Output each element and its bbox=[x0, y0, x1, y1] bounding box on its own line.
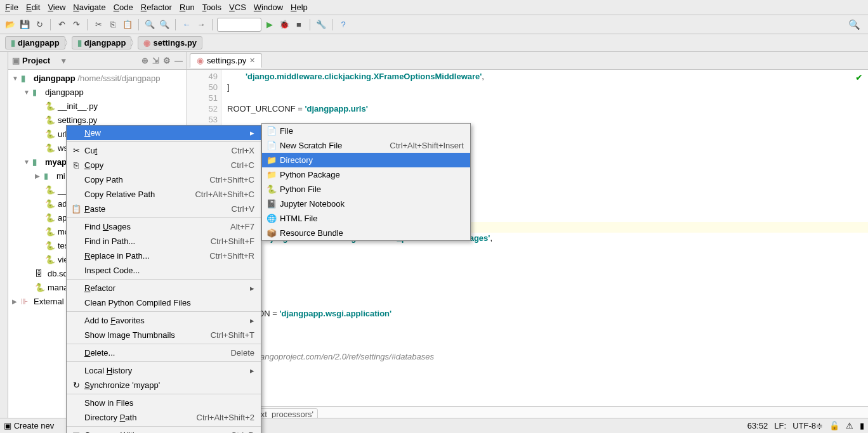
menu-item[interactable]: ✂CutCtrl+X bbox=[67, 143, 261, 158]
toolbar: 📂 💾 ↻ ↶ ↷ ✂ ⎘ 📋 🔍 🔍 ← → ▶ 🐞 ■ 🔧 ? 🔍 bbox=[0, 15, 868, 34]
menu-item[interactable]: 📓Jupyter Notebook bbox=[262, 197, 470, 211]
back-icon[interactable]: ← bbox=[180, 18, 193, 31]
menu-item[interactable]: Copy Relative PathCtrl+Alt+Shift+C bbox=[67, 187, 261, 202]
menu-item[interactable]: 🐍Python File bbox=[262, 182, 470, 197]
trash-icon[interactable]: ▮ bbox=[860, 421, 864, 430]
redo-icon[interactable]: ↷ bbox=[70, 18, 82, 31]
breadcrumb-file[interactable]: ◉settings.py bbox=[138, 36, 202, 49]
menu-item[interactable]: Directory PathCtrl+Alt+Shift+2 bbox=[67, 410, 261, 425]
menu-item[interactable]: Refactor▸ bbox=[67, 281, 261, 295]
tree-label: mi bbox=[56, 171, 65, 181]
menu-file[interactable]: File bbox=[5, 3, 18, 12]
menu-item[interactable]: Add to Favorites▸ bbox=[67, 313, 261, 328]
menu-item[interactable]: 📦Resource Bundle bbox=[262, 226, 470, 240]
project-title: Project bbox=[22, 56, 50, 65]
menu-item[interactable]: Local History▸ bbox=[67, 363, 261, 378]
status-hint-icon: ▣ bbox=[4, 421, 11, 430]
paste-icon[interactable]: 📋 bbox=[121, 18, 134, 31]
editor-tabbar: ◉settings.py✕ bbox=[187, 52, 868, 70]
cut-icon[interactable]: ✂ bbox=[92, 18, 105, 31]
settings-icon[interactable]: 🔧 bbox=[315, 18, 327, 31]
tree-label: External bbox=[34, 297, 64, 306]
tab-settings[interactable]: ◉settings.py✕ bbox=[190, 53, 262, 68]
breadcrumb-root[interactable]: ▮djangpapp bbox=[5, 36, 65, 49]
menu-run[interactable]: Run bbox=[180, 3, 195, 12]
new-submenu[interactable]: 📄File📄New Scratch FileCtrl+Alt+Shift+Ins… bbox=[261, 123, 471, 241]
help-icon[interactable]: ? bbox=[337, 18, 350, 31]
menu-item[interactable]: New▸ bbox=[67, 126, 261, 140]
tree-label: settings.py bbox=[58, 115, 97, 125]
status-encoding[interactable]: UTF-8≑ bbox=[792, 421, 823, 430]
open-icon[interactable]: 📂 bbox=[4, 18, 16, 31]
hector-icon[interactable]: ⚠ bbox=[846, 421, 853, 430]
menu-item[interactable]: 📁Python Package bbox=[262, 167, 470, 182]
project-icon: ▣ bbox=[12, 56, 20, 65]
menu-item[interactable]: Find UsagesAlt+F7 bbox=[67, 219, 261, 234]
target-icon[interactable]: ⊕ bbox=[141, 56, 148, 65]
save-icon[interactable]: 💾 bbox=[18, 18, 31, 31]
tree-path: /home/sssit/djangpapp bbox=[77, 74, 160, 83]
lock-icon[interactable]: 🔓 bbox=[829, 421, 839, 430]
tab-label: settings.py bbox=[207, 56, 246, 65]
copy-icon[interactable]: ⎘ bbox=[107, 18, 119, 31]
menu-item[interactable]: Show Image ThumbnailsCtrl+Shift+T bbox=[67, 328, 261, 342]
zoom-out-icon[interactable]: 🔍 bbox=[158, 18, 171, 31]
tree-label: djangpapp bbox=[45, 87, 84, 97]
run-icon[interactable]: ▶ bbox=[263, 18, 276, 31]
gear-icon[interactable]: ⚙ bbox=[163, 56, 171, 65]
stop-icon[interactable]: ■ bbox=[293, 18, 305, 31]
menu-item[interactable]: 🌐HTML File bbox=[262, 211, 470, 226]
undo-icon[interactable]: ↶ bbox=[55, 18, 68, 31]
menu-item[interactable]: Show in Files bbox=[67, 396, 261, 410]
status-sep[interactable]: LF: bbox=[774, 421, 786, 430]
menu-edit[interactable]: Edit bbox=[26, 3, 40, 12]
menu-item[interactable]: ⎘CopyCtrl+C bbox=[67, 158, 261, 172]
menu-item[interactable]: 📋PasteCtrl+V bbox=[67, 202, 261, 216]
hide-icon[interactable]: — bbox=[174, 56, 183, 65]
menu-help[interactable]: Help bbox=[291, 3, 308, 12]
breadcrumb-pkg[interactable]: ▮djangpapp bbox=[72, 36, 132, 49]
menu-item[interactable]: 📄File bbox=[262, 124, 470, 138]
menu-item[interactable]: ↻Synchronize 'myapp' bbox=[67, 378, 261, 392]
menu-navigate[interactable]: Navigate bbox=[73, 3, 105, 12]
menu-refactor[interactable]: Refactor bbox=[141, 3, 172, 12]
menu-item[interactable]: Inspect Code... bbox=[67, 263, 261, 278]
menu-item[interactable]: Replace in Path...Ctrl+Shift+R bbox=[67, 249, 261, 263]
fwd-icon[interactable]: → bbox=[195, 18, 207, 31]
menu-window[interactable]: Window bbox=[254, 3, 283, 12]
breadcrumb-bar: ▮djangpapp ▮djangpapp ◉settings.py bbox=[0, 34, 868, 52]
menu-code[interactable]: Code bbox=[114, 3, 133, 12]
crumb-label: djangpapp bbox=[18, 38, 60, 48]
menu-bar[interactable]: FileEditViewNavigateCodeRefactorRunTools… bbox=[0, 0, 868, 15]
zoom-in-icon[interactable]: 🔍 bbox=[143, 18, 156, 31]
menu-item[interactable]: 📁Directory bbox=[262, 153, 470, 167]
menu-item[interactable]: Delete...Delete bbox=[67, 346, 261, 360]
project-header[interactable]: ▣ Project ▾ ⊕ ⇲ ⚙ — bbox=[8, 52, 187, 70]
status-position[interactable]: 63:52 bbox=[747, 421, 768, 430]
menu-item[interactable]: 📄New Scratch FileCtrl+Alt+Shift+Insert bbox=[262, 138, 470, 153]
collapse-icon[interactable]: ⇲ bbox=[152, 56, 159, 65]
tree-label: djangpapp bbox=[34, 74, 76, 83]
close-icon[interactable]: ✕ bbox=[249, 56, 255, 65]
menu-item[interactable]: Copy PathCtrl+Shift+C bbox=[67, 172, 261, 187]
run-config-combo[interactable] bbox=[217, 18, 261, 32]
left-gutter bbox=[0, 52, 8, 422]
debug-icon[interactable]: 🐞 bbox=[278, 18, 291, 31]
menu-view[interactable]: View bbox=[48, 3, 65, 12]
menu-vcs[interactable]: VCS bbox=[229, 3, 246, 12]
menu-item[interactable]: Find in Path...Ctrl+Shift+F bbox=[67, 234, 261, 249]
crumb-label: djangpapp bbox=[84, 38, 126, 48]
menu-item[interactable]: ◧Compare With...Ctrl+D bbox=[67, 428, 261, 433]
tree-label: db.sq bbox=[48, 269, 68, 278]
menu-tools[interactable]: Tools bbox=[202, 3, 221, 12]
tree-label: __init__.py bbox=[58, 101, 98, 111]
menu-item[interactable]: Clean Python Compiled Files bbox=[67, 295, 261, 310]
status-text: Create nev bbox=[14, 421, 55, 430]
tree-label: mana bbox=[48, 283, 69, 292]
search-icon[interactable]: 🔍 bbox=[848, 19, 864, 30]
refresh-icon[interactable]: ↻ bbox=[33, 18, 46, 31]
inspection-marker[interactable]: ✔ bbox=[855, 72, 863, 82]
crumb-label: settings.py bbox=[153, 38, 197, 48]
context-menu[interactable]: New▸✂CutCtrl+X⎘CopyCtrl+CCopy PathCtrl+S… bbox=[66, 125, 261, 433]
